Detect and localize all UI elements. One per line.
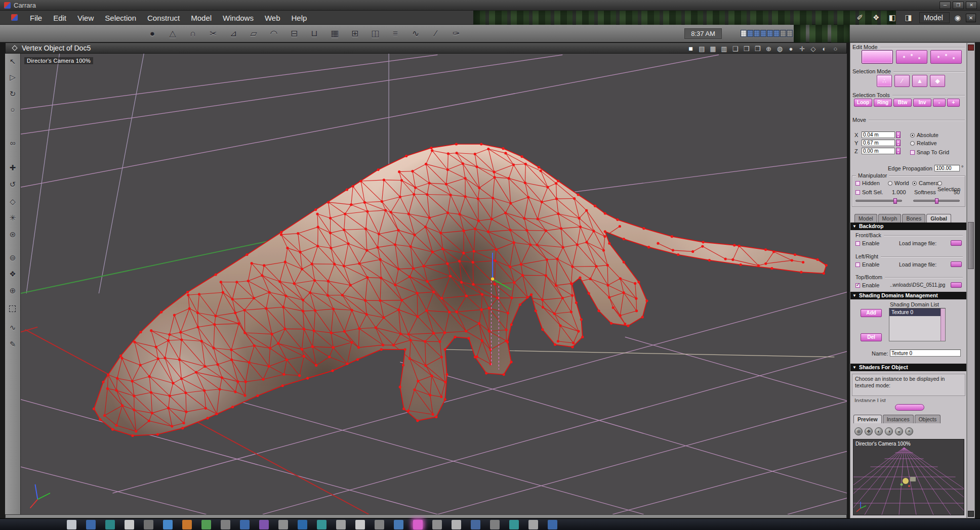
hidden-checkbox[interactable]: Hidden bbox=[855, 180, 880, 186]
menu-selection[interactable]: Selection bbox=[99, 14, 142, 22]
taskbar-app-icon-20[interactable] bbox=[452, 520, 461, 529]
minimize-button[interactable]: ─ bbox=[940, 2, 951, 9]
world-radio[interactable]: World bbox=[888, 180, 909, 186]
split-view-icon[interactable]: ▥ bbox=[720, 45, 728, 53]
rotate-manip-tool-icon[interactable]: ↺ bbox=[7, 179, 18, 190]
workspace-square-icon-6[interactable] bbox=[780, 30, 786, 37]
z-field[interactable] bbox=[862, 148, 895, 154]
select-objects-icon[interactable]: ◆ bbox=[930, 75, 945, 87]
panel-scrollbar[interactable] bbox=[967, 42, 975, 518]
doc-close-button[interactable]: ✕ bbox=[966, 14, 976, 22]
shading-mode2-icon[interactable]: ❒ bbox=[743, 45, 750, 53]
taskbar-app-icon-19[interactable] bbox=[432, 520, 442, 529]
close-button[interactable]: ✕ bbox=[966, 2, 977, 9]
render-mode-icon[interactable]: ◧ bbox=[887, 13, 898, 22]
tab-model[interactable]: Model bbox=[854, 214, 877, 223]
preview-axis-icon[interactable]: ⊛ bbox=[854, 427, 863, 435]
select-vertices-icon[interactable]: ∴ bbox=[877, 75, 892, 87]
select-edges-icon[interactable]: ∕ bbox=[894, 75, 910, 87]
taskbar-app-icon-1[interactable] bbox=[86, 520, 96, 529]
selection-tool-ring-button[interactable]: Ring bbox=[874, 99, 892, 107]
taskbar-app-icon-17[interactable] bbox=[394, 520, 403, 529]
thickness-tool-icon[interactable]: ◫ bbox=[369, 27, 382, 40]
taskbar-app-icon-4[interactable] bbox=[144, 520, 153, 529]
scrollbar-bottom-icon[interactable] bbox=[968, 511, 974, 517]
taskbar-app-icon-5[interactable] bbox=[163, 520, 173, 529]
palette-icon[interactable]: ❖ bbox=[871, 13, 882, 22]
taskbar-app-icon-25[interactable] bbox=[548, 520, 557, 529]
four-pane-view-icon[interactable]: ▦ bbox=[709, 45, 717, 53]
x-field[interactable] bbox=[862, 131, 895, 138]
sphere-tool-icon[interactable]: ● bbox=[146, 27, 159, 40]
menu-construct[interactable]: Construct bbox=[142, 14, 185, 22]
front-back-enable-checkbox[interactable]: Enable bbox=[855, 240, 879, 246]
two-pane-view-icon[interactable]: ▤ bbox=[698, 45, 706, 53]
camera-tool-icon[interactable]: ⊚ bbox=[7, 252, 18, 263]
taskbar-app-icon-15[interactable] bbox=[355, 520, 365, 529]
texture-mode-icon[interactable]: ◨ bbox=[903, 13, 914, 22]
taskbar-app-icon-23[interactable] bbox=[509, 520, 519, 529]
workspace-square-icon-0[interactable] bbox=[741, 30, 747, 37]
dome-tool-icon[interactable]: ◠ bbox=[267, 27, 280, 40]
add-vertex-tool-icon[interactable]: △ bbox=[166, 27, 179, 40]
taskbar-app-icon-11[interactable] bbox=[278, 520, 288, 529]
taskbar-app-icon-22[interactable] bbox=[490, 520, 500, 529]
scale-manip-tool-icon[interactable]: ◇ bbox=[7, 196, 18, 207]
selection-tool---button[interactable]: - bbox=[933, 99, 946, 107]
magnet-tool-icon[interactable]: ∩ bbox=[186, 27, 199, 40]
menu-model[interactable]: Model bbox=[185, 14, 217, 22]
add-button[interactable]: Add bbox=[861, 309, 882, 317]
brush-icon[interactable]: ✐ bbox=[854, 13, 866, 22]
plus-view-icon[interactable]: ✛ bbox=[798, 45, 806, 53]
absolute-radio[interactable]: Absolute bbox=[910, 132, 938, 138]
tab-instances[interactable]: Instances bbox=[883, 415, 914, 423]
workspace-square-icon-4[interactable] bbox=[767, 30, 773, 37]
menu-view[interactable]: View bbox=[72, 14, 99, 22]
tab-preview[interactable]: Preview bbox=[853, 415, 882, 423]
shading-domain-list[interactable]: Texture 0 bbox=[889, 308, 946, 341]
y-field[interactable] bbox=[862, 140, 895, 146]
taskbar-app-icon-3[interactable] bbox=[125, 520, 134, 529]
polygon-tool-icon[interactable]: ▱ bbox=[247, 27, 260, 40]
weld-tool-icon[interactable]: ⊔ bbox=[308, 27, 321, 40]
soft-sel-slider[interactable] bbox=[855, 200, 902, 202]
mesh-tool-icon[interactable]: ▦ bbox=[328, 27, 341, 40]
left-right-load-button[interactable] bbox=[951, 261, 962, 267]
selection-tool-+-button[interactable]: + bbox=[947, 99, 960, 107]
taskbar-app-icon-24[interactable] bbox=[528, 520, 538, 529]
pen-tool-icon[interactable]: ✎ bbox=[7, 339, 18, 350]
scrollbar-thumb[interactable] bbox=[968, 222, 974, 269]
tab-objects[interactable]: Objects bbox=[915, 415, 941, 423]
taskbar-app-icon-13[interactable] bbox=[317, 520, 326, 529]
select-arrow-tool-icon[interactable]: ↖ bbox=[7, 56, 18, 67]
preview-sphere3-icon[interactable]: ◒ bbox=[895, 427, 903, 435]
soft-sel-checkbox[interactable]: Soft Sel. bbox=[855, 189, 883, 195]
pan-tool-icon[interactable]: ❖ bbox=[7, 269, 18, 280]
link-tool-icon[interactable]: ∞ bbox=[7, 138, 18, 149]
tab-global[interactable]: Global bbox=[926, 214, 951, 223]
workspace-square-icon-1[interactable] bbox=[747, 30, 753, 37]
solid-view-icon[interactable]: ■ bbox=[687, 45, 695, 53]
magnet-manip-tool-icon[interactable]: ⊛ bbox=[7, 229, 18, 240]
marquee-tool-icon[interactable] bbox=[9, 305, 16, 312]
doc-menu-icon[interactable] bbox=[12, 45, 17, 51]
corner-tool-icon[interactable]: ⊿ bbox=[227, 27, 240, 40]
x-stepper[interactable]: ▲▼ bbox=[896, 131, 901, 138]
workspace-square-icon-2[interactable] bbox=[754, 30, 760, 37]
edit-mode-face-button[interactable] bbox=[930, 50, 962, 64]
menu-help[interactable]: Help bbox=[286, 14, 313, 22]
taskbar-app-icon-9[interactable] bbox=[240, 520, 250, 529]
taskbar-app-icon-6[interactable] bbox=[182, 520, 192, 529]
sculpt-tool-icon[interactable]: ✑ bbox=[450, 27, 463, 40]
white-sphere-icon[interactable]: ○ bbox=[832, 45, 839, 53]
shaders-for-object-header[interactable]: ▼ Shaders For Object bbox=[850, 364, 966, 371]
backdrop-header[interactable]: ▼ Backdrop bbox=[850, 223, 966, 230]
axis-toggle-icon[interactable]: ⊕ bbox=[765, 45, 772, 53]
tab-morph[interactable]: Morph bbox=[878, 214, 902, 223]
selection-tool-loop-button[interactable]: Loop bbox=[854, 99, 872, 107]
workspace-square-icon-7[interactable] bbox=[787, 30, 793, 37]
select-faces-icon[interactable]: ▲ bbox=[912, 75, 927, 87]
left-right-enable-checkbox[interactable]: Enable bbox=[855, 261, 879, 268]
diamond-view-icon[interactable]: ◇ bbox=[809, 45, 817, 53]
front-back-load-button[interactable] bbox=[951, 240, 962, 246]
